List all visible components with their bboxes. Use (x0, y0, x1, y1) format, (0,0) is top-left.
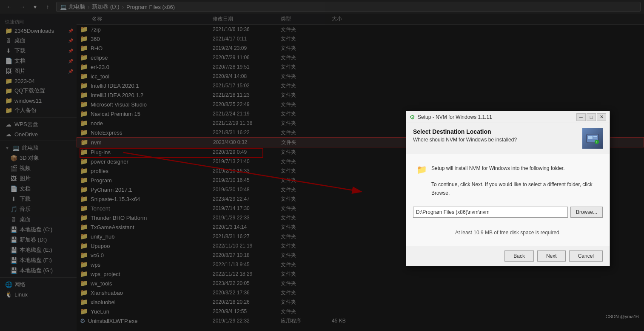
dialog-disk-space: At least 10.9 MB of free disk space is r… (413, 223, 603, 239)
dialog-header-subtitle: Where should NVM for Windows be installe… (413, 137, 577, 143)
svg-text:↑: ↑ (596, 141, 598, 144)
dialog-info-box: 📁 Setup will install NVM for Windows int… (413, 161, 603, 201)
dialog-title-icon: ⚙ (410, 114, 415, 121)
dialog-title-buttons: ─ □ ✕ (576, 113, 606, 121)
dialog-close-button[interactable]: ✕ (597, 113, 606, 121)
dialog-header-title: Select Destination Location (413, 128, 577, 135)
dialog-header: Select Destination Location Where should… (406, 123, 610, 154)
setup-dialog: ⚙ Setup - NVM for Windows 1.1.11 ─ □ ✕ S… (406, 111, 610, 266)
info-folder-icon: 📁 (416, 164, 427, 175)
dialog-body: 📁 Setup will install NVM for Windows int… (406, 154, 610, 246)
dialog-info-text: Setup will install NVM for Windows into … (431, 164, 599, 197)
dialog-minimize-button[interactable]: ─ (576, 113, 586, 121)
dialog-path-input[interactable] (413, 207, 568, 218)
dialog-overlay: ⚙ Setup - NVM for Windows 1.1.11 ─ □ ✕ S… (0, 0, 644, 331)
svg-rect-3 (593, 138, 597, 138)
dialog-header-text: Select Destination Location Where should… (413, 128, 577, 143)
dialog-back-button[interactable]: Back (504, 250, 534, 262)
svg-rect-1 (588, 136, 593, 139)
dialog-footer: Back Next Cancel (406, 246, 610, 266)
dialog-titlebar: ⚙ Setup - NVM for Windows 1.1.11 ─ □ ✕ (406, 111, 610, 123)
dialog-browse-button[interactable]: Browse... (570, 207, 603, 218)
dialog-title-text: Setup - NVM for Windows 1.1.11 (418, 114, 574, 120)
dialog-path-row: Browse... (413, 207, 603, 218)
dialog-cancel-button[interactable]: Cancel (569, 250, 603, 262)
watermark: CSDN @yma16 (606, 314, 639, 319)
svg-rect-2 (593, 136, 597, 137)
dialog-header-icon: ↑ (582, 128, 603, 149)
dialog-maximize-button[interactable]: □ (587, 113, 596, 121)
dialog-next-button[interactable]: Next (537, 250, 566, 262)
